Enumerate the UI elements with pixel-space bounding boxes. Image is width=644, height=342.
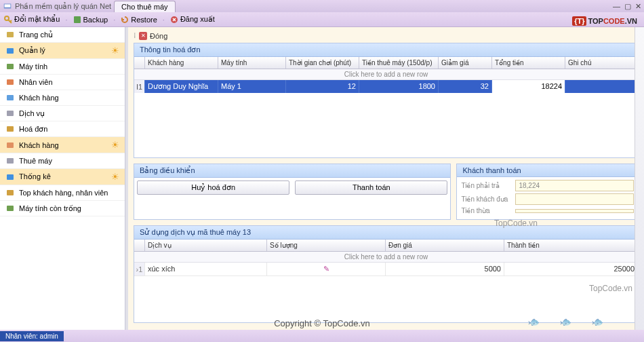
- tab-rent-machine[interactable]: Cho thuê máy: [114, 1, 175, 12]
- sidebar-item-2[interactable]: Máy tính: [0, 59, 125, 75]
- new-row-hint[interactable]: Click here to add a new row: [134, 252, 638, 263]
- cell-total[interactable]: 25000: [504, 263, 638, 276]
- sidebar-item-7[interactable]: Khách hàng☀: [0, 137, 125, 153]
- svg-rect-11: [7, 126, 14, 132]
- column-header[interactable]: Dịch vụ: [145, 240, 267, 251]
- app-title: Phần mềm quản lý quán Net: [15, 2, 111, 11]
- backup-button[interactable]: Backup: [73, 16, 108, 24]
- given-label: Tiền khách đưa: [461, 195, 515, 203]
- cell-total[interactable]: 18224: [492, 80, 565, 93]
- column-header[interactable]: Tiền thuê máy (150đ/p): [359, 57, 439, 69]
- vertical-scrollbar[interactable]: [635, 27, 644, 330]
- sidebar-item-5[interactable]: Dịch vụ: [0, 106, 125, 121]
- restore-button[interactable]: Restore: [121, 16, 157, 24]
- sidebar-item-8[interactable]: Thuê máy: [0, 153, 125, 169]
- column-header[interactable]: Máy tính: [218, 57, 286, 69]
- cancel-invoice-button[interactable]: Huỷ hoá đơn: [137, 180, 289, 195]
- column-header[interactable]: Khách hàng: [145, 57, 218, 69]
- sidebar-item-11[interactable]: Máy tính còn trống: [0, 201, 125, 216]
- invoice-grid-body: [134, 93, 638, 157]
- statusbar: Nhân viên: admin: [0, 330, 644, 342]
- button-label: Huỷ hoá đơn: [191, 183, 235, 191]
- change-value: [515, 209, 634, 213]
- sidebar-item-1[interactable]: Quản lý☀: [0, 43, 125, 59]
- svg-rect-9: [7, 95, 14, 100]
- svg-rect-1: [5, 4, 11, 7]
- cell-rental[interactable]: 1800: [359, 80, 439, 93]
- maximize-button[interactable]: ▢: [624, 2, 631, 11]
- cell-qty[interactable]: ✎: [267, 263, 386, 276]
- sidebar-item-icon: [5, 46, 15, 56]
- toolbar-label: Đổi mật khẩu: [14, 15, 60, 24]
- svg-rect-7: [7, 64, 14, 69]
- column-header[interactable]: Đơn giá: [386, 240, 504, 251]
- cell-price[interactable]: 5000: [386, 263, 504, 276]
- sidebar-item-6[interactable]: Hoá đơn: [0, 121, 125, 137]
- sidebar-item-label: Thống kê: [19, 172, 51, 181]
- main-area: ⁞ ✕ Đóng Thông tin hoá đơn Khách hàngMáy…: [128, 27, 644, 330]
- panel-header: Bảng điều khiển: [134, 164, 450, 178]
- cell-machine[interactable]: Máy 1: [218, 80, 286, 93]
- svg-rect-3: [74, 16, 81, 23]
- must-pay-label: Tiền phải trả: [461, 182, 515, 189]
- sidebar-item-0[interactable]: Trang chủ: [0, 27, 125, 43]
- sidebar-item-icon: [5, 30, 15, 39]
- column-header[interactable]: Thành tiền: [504, 240, 638, 251]
- sidebar-item-icon: [5, 156, 15, 166]
- change-label: Tiền thừa: [461, 207, 515, 214]
- close-window-button[interactable]: ✕: [635, 2, 641, 11]
- grip-icon: ⁞: [134, 31, 136, 40]
- pay-button[interactable]: Thanh toán: [295, 180, 447, 195]
- column-header[interactable]: Tổng tiền: [492, 57, 565, 69]
- cell-note[interactable]: [565, 80, 638, 93]
- sidebar-item-icon: [5, 204, 15, 213]
- sidebar-item-10[interactable]: Top khách hàng, nhân viên: [0, 185, 125, 201]
- service-panel: Sử dụng dịch vụ mã thuê máy 13 Dịch vụSố…: [134, 225, 639, 323]
- fish-icon: 🐟: [528, 316, 540, 327]
- svg-rect-5: [7, 32, 14, 37]
- cell-discount[interactable]: 32: [439, 80, 492, 93]
- sidebar: Trang chủQuản lý☀Máy tínhNhân viênKhách …: [0, 27, 125, 330]
- new-row-hint[interactable]: Click here to add a new row: [134, 69, 638, 80]
- toolbar-label: Đăng xuất: [180, 15, 215, 24]
- expand-icon: ☀: [111, 140, 119, 150]
- payment-panel: Khách thanh toán Tiền phải trả 18,224 Ti…: [456, 164, 639, 220]
- titlebar: Phần mềm quản lý quán Net Cho thuê máy —…: [0, 0, 644, 12]
- column-header[interactable]: Giảm giá: [439, 57, 492, 69]
- sidebar-item-icon: [5, 77, 15, 87]
- cell-customer[interactable]: Dương Duy Nghĩa: [145, 80, 218, 93]
- close-tab-button[interactable]: ✕: [139, 32, 147, 40]
- column-header[interactable]: Số lượng: [267, 240, 386, 251]
- sidebar-item-4[interactable]: Khách hàng: [0, 90, 125, 106]
- invoice-row[interactable]: I 1 Dương Duy Nghĩa Máy 1 12 1800 32 182…: [134, 80, 638, 93]
- svg-rect-14: [7, 174, 14, 180]
- sidebar-item-icon: [5, 109, 15, 118]
- sidebar-item-icon: [5, 172, 15, 182]
- sidebar-item-label: Quản lý: [19, 46, 45, 55]
- cell-playtime[interactable]: 12: [286, 80, 359, 93]
- change-password-button[interactable]: Đổi mật khẩu: [4, 15, 60, 24]
- button-label: Thanh toán: [353, 183, 390, 191]
- sidebar-item-label: Hoá đơn: [19, 125, 47, 134]
- sidebar-item-label: Dịch vụ: [19, 109, 45, 118]
- given-input[interactable]: [515, 193, 634, 205]
- main-toolbar: Đổi mật khẩu · Backup · Restore · Đăng x…: [0, 12, 644, 27]
- status-user: Nhân viên: admin: [0, 331, 64, 341]
- separator: ·: [163, 16, 165, 24]
- service-row[interactable]: › 1 xúc xích ✎ 5000 25000: [134, 263, 638, 276]
- column-header[interactable]: Ghi chú: [565, 57, 638, 69]
- sidebar-item-9[interactable]: Thống kê☀: [0, 169, 125, 185]
- sidebar-item-3[interactable]: Nhân viên: [0, 75, 125, 90]
- decoration: 🐟 🐟 🐟: [528, 316, 603, 327]
- fish-icon: 🐟: [560, 316, 571, 327]
- logout-icon: [170, 16, 178, 24]
- minimize-button[interactable]: —: [613, 2, 620, 11]
- column-header[interactable]: Thời gian chơi (phút): [286, 57, 359, 69]
- key-icon: [4, 16, 12, 24]
- sidebar-item-icon: [5, 140, 15, 150]
- logout-button[interactable]: Đăng xuất: [170, 15, 215, 24]
- svg-rect-10: [7, 111, 14, 116]
- panel-header: Sử dụng dịch vụ mã thuê máy 13: [134, 226, 638, 240]
- restore-icon: [121, 16, 129, 24]
- cell-service[interactable]: xúc xích: [145, 263, 267, 276]
